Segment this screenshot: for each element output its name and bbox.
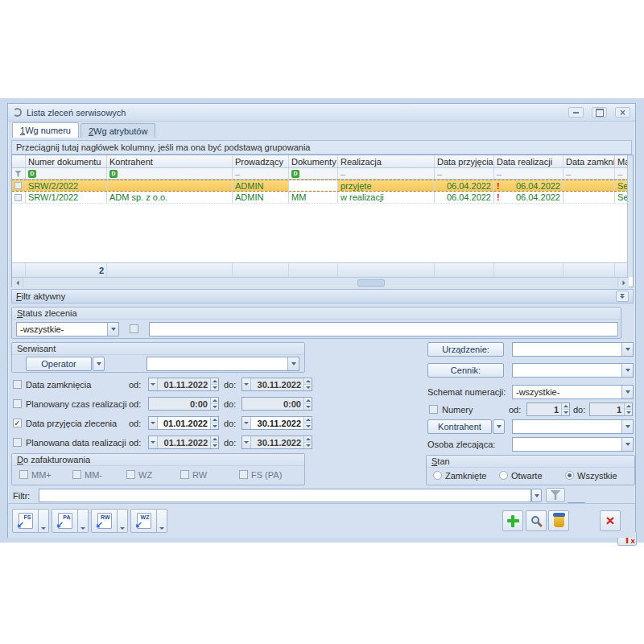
filter-realizacja[interactable]: –: [338, 168, 435, 179]
delete-button[interactable]: [548, 510, 569, 531]
kontrahent-dropdown[interactable]: [493, 419, 505, 434]
data-zamkniecia-checkbox[interactable]: [13, 380, 22, 389]
calendar-dropdown-icon[interactable]: [149, 417, 158, 429]
fs-pa-checkbox[interactable]: [239, 470, 248, 479]
spinner[interactable]: [303, 378, 312, 390]
tab-wg-atrybutow[interactable]: 2 Wg atrybutów: [80, 123, 155, 138]
date-do-field[interactable]: 30.11.2022: [242, 416, 312, 430]
header-data-realizacji[interactable]: Data realizacji: [494, 155, 564, 167]
spinner[interactable]: [210, 398, 218, 410]
create-fs-dropdown[interactable]: [39, 509, 49, 533]
window-titlebar[interactable]: Lista zleceń serwisowych: [8, 104, 635, 122]
collapse-panel-button[interactable]: [616, 291, 629, 302]
wz-checkbox[interactable]: [126, 470, 135, 479]
tab-wg-numeru[interactable]: 1 Wg numeru: [12, 122, 79, 138]
spinner[interactable]: [210, 436, 218, 448]
spinner[interactable]: [303, 398, 312, 410]
spinner[interactable]: [210, 417, 218, 429]
filter-data-zamkniecia[interactable]: –: [564, 168, 615, 179]
create-pa-button[interactable]: PA: [52, 509, 78, 533]
numery-do-field[interactable]: 1: [589, 402, 633, 416]
header-dokumenty[interactable]: Dokumenty: [289, 155, 338, 167]
cennik-button[interactable]: Cennik:: [427, 363, 504, 378]
scrollbar-thumb[interactable]: [357, 279, 385, 287]
filter-prowadzacy[interactable]: –: [233, 168, 289, 179]
kontrahent-combo[interactable]: [512, 419, 634, 434]
spinner[interactable]: [561, 403, 569, 415]
calendar-dropdown-icon[interactable]: [242, 436, 251, 448]
horizontal-scrollbar[interactable]: [12, 277, 629, 287]
operator-button[interactable]: Operator: [26, 357, 92, 371]
calendar-dropdown-icon[interactable]: [242, 417, 251, 429]
create-wz-button[interactable]: WZ: [130, 509, 157, 533]
kontrahent-button[interactable]: Kontrahent: [427, 419, 492, 434]
date-do-field[interactable]: 30.11.2022: [242, 436, 312, 449]
serwisant-combo[interactable]: [147, 357, 299, 371]
focused-cell[interactable]: [289, 180, 338, 191]
create-wz-dropdown[interactable]: [157, 509, 167, 533]
filter-apply-button[interactable]: [546, 488, 565, 502]
spinner[interactable]: [624, 403, 632, 415]
close-window-button[interactable]: [600, 510, 621, 531]
header-realizacja[interactable]: Realizacja: [338, 155, 435, 167]
dropdown-icon[interactable]: [621, 420, 633, 433]
minimize-icon[interactable]: [568, 107, 584, 118]
spinner[interactable]: [303, 417, 312, 429]
dropdown-icon[interactable]: [621, 438, 633, 451]
status-checkbox[interactable]: [130, 324, 138, 333]
create-fs-button[interactable]: FS: [12, 509, 39, 533]
osoba-combo[interactable]: [512, 437, 634, 452]
scroll-right-icon[interactable]: [617, 278, 629, 287]
cennik-combo[interactable]: [512, 363, 634, 378]
time-od-field[interactable]: 0:00: [148, 397, 219, 411]
operator-dropdown[interactable]: [93, 357, 105, 371]
header-data-zamkniecia[interactable]: Data zamknię...: [564, 155, 615, 167]
numery-checkbox[interactable]: [429, 405, 438, 414]
maximize-icon[interactable]: [592, 107, 607, 118]
date-do-field[interactable]: 30.11.2022: [242, 378, 312, 391]
row-checkbox[interactable]: [14, 194, 22, 201]
header-numer-dokumentu[interactable]: Numer dokumentu: [26, 155, 107, 167]
table-row[interactable]: SRW/2/2022 ADMIN przyjęte 06.04.2022 !06…: [12, 180, 629, 192]
create-rw-dropdown[interactable]: [118, 509, 128, 533]
spinner[interactable]: [303, 436, 312, 448]
calendar-dropdown-icon[interactable]: [242, 378, 251, 390]
date-od-field[interactable]: 01.11.2022: [148, 436, 219, 449]
status-combo[interactable]: -wszystkie-: [16, 322, 119, 336]
schemat-combo[interactable]: -wszystkie-: [512, 385, 634, 399]
time-do-field[interactable]: 0:00: [242, 397, 312, 411]
rw-checkbox[interactable]: [180, 470, 189, 479]
filtr-input[interactable]: [39, 489, 531, 502]
view-button[interactable]: [526, 510, 547, 531]
vertical-scrollbar[interactable]: [627, 155, 633, 277]
filtr-history-dropdown[interactable]: [531, 489, 542, 502]
dropdown-icon[interactable]: [621, 343, 633, 356]
date-od-field[interactable]: 01.01.2022: [148, 416, 219, 430]
filter-data-przyjecia[interactable]: –: [435, 168, 494, 179]
filter-dokumenty[interactable]: [289, 168, 338, 179]
status-search-input[interactable]: [149, 322, 618, 336]
radio-otwarte[interactable]: [499, 471, 508, 480]
urzadzenie-button[interactable]: Urządzenie:: [427, 342, 504, 357]
filter-data-realizacji[interactable]: –: [494, 168, 564, 179]
calendar-dropdown-icon[interactable]: [149, 378, 158, 390]
radio-zamkniete[interactable]: [433, 471, 442, 480]
radio-wszystkie[interactable]: [565, 471, 574, 480]
dropdown-icon[interactable]: [621, 364, 633, 377]
mm-plus-checkbox[interactable]: [19, 470, 28, 479]
calendar-dropdown-icon[interactable]: [149, 436, 158, 448]
table-row[interactable]: SRW/1/2022 ADM sp. z o.o. ADMIN MM w rea…: [12, 192, 629, 204]
close-icon[interactable]: [615, 107, 630, 118]
mm-minus-checkbox[interactable]: [72, 470, 81, 479]
dropdown-icon[interactable]: [107, 323, 118, 336]
add-button[interactable]: [502, 510, 523, 531]
planowany-czas-checkbox[interactable]: [13, 399, 22, 408]
planowana-data-checkbox[interactable]: [13, 438, 22, 447]
dropdown-icon[interactable]: [621, 386, 633, 398]
create-pa-dropdown[interactable]: [78, 509, 89, 533]
dropdown-icon[interactable]: [287, 357, 299, 370]
scroll-left-icon[interactable]: [12, 278, 23, 287]
create-rw-button[interactable]: RW: [91, 509, 118, 533]
filter-kontrahent[interactable]: [107, 168, 233, 179]
filter-numer[interactable]: [26, 168, 107, 179]
